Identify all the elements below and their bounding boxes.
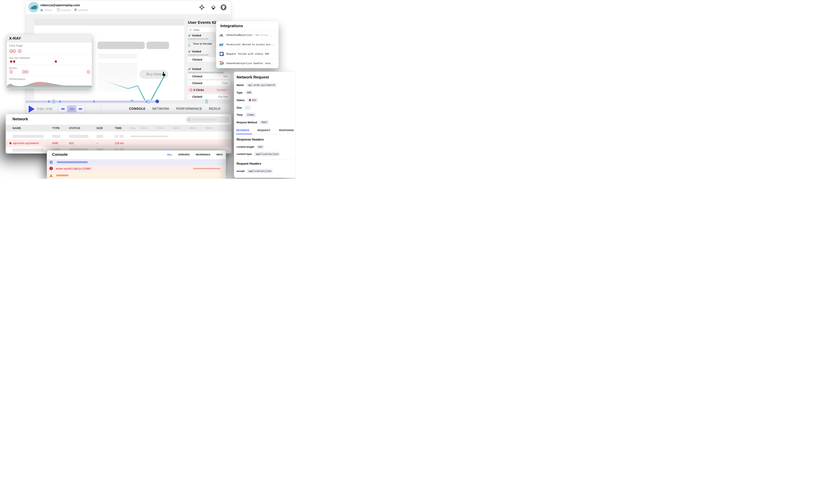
error-circle-icon[interactable] [87,70,90,73]
tab-performance[interactable]: PERFORMANCE [176,107,202,111]
tab-redux[interactable]: REDUX [209,107,221,111]
angry-face-icon [190,88,192,91]
playback-time: 0:00 / 0:00 [37,107,52,111]
event-label: Clicked [192,58,202,61]
page-subtitle-skeleton [98,53,137,59]
tab-request[interactable]: REQUEST [258,129,270,132]
xray-click-rage-label: Click Rage [9,44,23,47]
field-value: 422 [252,98,256,102]
jira-icon[interactable] [210,4,216,10]
event-label: Time to Render [193,42,212,45]
integration-row-waves[interactable]: Permission denied to access pro... [216,40,279,49]
header-row-content-length: content-length 642 [237,145,264,149]
col-10ms: 10ms [140,126,148,130]
network-error-dot[interactable] [55,60,57,63]
event-target: Buy Now [218,95,228,98]
timeline-note-marker[interactable] [205,100,208,103]
field-label: Status [237,98,245,102]
tab-response[interactable]: RESPONSE [279,129,294,132]
integration-row-elastic[interactable]: Unhandledrejection handler rece.. [216,59,279,68]
angry-face-icon[interactable] [12,49,16,53]
event-clicked-size[interactable]: ☝ Clicked Size [188,74,230,79]
col-20ms: 20ms [157,126,164,130]
page-mock-header [34,19,184,25]
console-window: Console ALL ERRORS WARNINGS INFO i ! eco… [47,150,226,179]
tab-network[interactable]: NETWORK [152,107,169,111]
skip-interval[interactable]: 10s [67,106,76,112]
navigate-icon [188,34,191,37]
error-circle-icon[interactable] [9,70,13,73]
event-clicked-buy-now[interactable]: ☝ Clicked Buy Now [188,94,230,99]
network-search-field[interactable] [185,116,229,123]
navigate-icon [188,68,191,70]
console-error-row[interactable]: ! ecom.xyz/a213qh.js:123987 [47,165,226,172]
console-tab-errors[interactable]: ERRORS [178,153,190,156]
integrations-panel: Integrations UnhandledRejection: Non-Err… [216,21,279,68]
session-duration-skeleton [44,9,52,11]
hand-pointer-icon: ☝ [190,58,191,61]
error-circle-icon[interactable] [25,70,28,73]
network-error-row[interactable]: api.ecom.xyz/search XHR 422 -- 119 ms [6,139,232,147]
field-time: Time 119ms [237,113,256,117]
tab-headers[interactable]: HEADERS [236,129,249,132]
play-button[interactable] [29,106,35,113]
xray-network-label: 4xx-5xx Network [9,56,30,60]
field-label: Size [237,106,242,109]
field-size: Size -- [237,106,251,110]
skip-back-button[interactable] [59,106,67,112]
timeline-quote-marker[interactable]: “ [131,99,133,104]
col-time: TIME [115,126,122,130]
integration-error-text: Request failed with status 500 [226,52,269,55]
clock-icon [40,9,43,12]
col-40ms: 40ms [189,126,196,130]
user-events-title-text: User Events [188,20,211,24]
event-label: Clicked [192,75,202,78]
field-value: -- [244,106,251,110]
console-tab-warnings[interactable]: WARNINGS [196,153,210,156]
search-icon [188,118,191,121]
integration-row-datadog[interactable]: Request failed with status 500 [216,49,279,59]
integrations-title: Integrations [220,24,243,28]
waves-icon [219,42,224,47]
sentry-icon [219,32,224,38]
hand-pointer-icon: ☝ [190,95,191,98]
slack-icon[interactable] [199,4,205,10]
timeline-playhead[interactable] [155,100,159,103]
event-rage-clicks[interactable]: 3 Clicks Quantity + [188,87,230,92]
user-events-count: 62 [212,20,216,24]
header-label: content-type [237,153,252,155]
event-clicked-color[interactable]: ☝ Clicked Color [188,81,230,86]
tab-console[interactable]: CONSOLE [129,107,146,111]
active-tab-underline [236,134,252,134]
request-time: 119 ms [115,141,124,145]
integration-row-sentry[interactable]: UnhandledRejection: Non-Error... [216,30,279,40]
header-value: 642 [257,145,264,149]
field-value: XHR [245,90,253,95]
skip-control: 10s [58,106,85,112]
player-timeline[interactable]: “ [26,100,231,104]
network-error-dot[interactable] [10,60,12,63]
skip-forward-icon [79,107,83,111]
field-type: Type XHR [237,90,253,95]
console-tab-all[interactable]: ALL [167,153,172,156]
field-value: POST [260,120,269,125]
xray-performance-label: Performance [9,77,25,81]
angry-face-icon[interactable] [18,49,22,53]
log-skeleton [56,174,68,176]
console-tab-info[interactable]: INFO [216,153,223,156]
network-window: Network NAME TYPE STATUS SIZE TIME 0ms 1… [6,114,232,154]
console-error-source: ecom.xyz/a213qh.js:123987 [56,167,91,170]
timeline-note-marker[interactable] [148,100,150,103]
github-icon[interactable] [220,4,227,10]
browser-icon [57,8,60,12]
xray-panel: X-RAY Click Rage 4xx-5xx Network Errors [7,34,92,88]
timeline-note-marker[interactable] [52,100,55,103]
header-label: content-length [237,146,254,148]
product-image-skeleton [98,63,137,92]
log-skeleton [57,161,88,163]
network-error-dot[interactable] [13,60,15,63]
skip-forward-button[interactable] [76,106,85,112]
field-label: Name [237,84,244,87]
field-label: Time [237,113,243,116]
hand-pointer-icon: ☝ [190,75,191,78]
